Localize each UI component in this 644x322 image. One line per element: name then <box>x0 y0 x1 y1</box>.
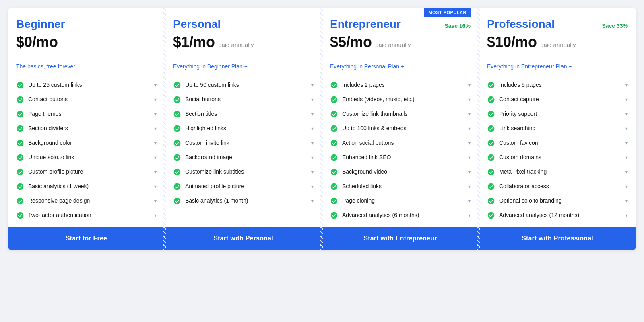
feature-item[interactable]: Background image▾ <box>165 150 322 165</box>
feature-label: Responsive page design <box>28 197 150 205</box>
feature-item[interactable]: Includes 2 pages▾ <box>322 78 479 92</box>
check-circle-icon <box>330 183 338 191</box>
chevron-down-icon[interactable]: ▾ <box>311 184 314 189</box>
feature-item[interactable]: Background video▾ <box>322 165 479 179</box>
chevron-down-icon[interactable]: ▾ <box>468 97 471 103</box>
chevron-down-icon[interactable]: ▾ <box>468 126 471 131</box>
chevron-down-icon[interactable]: ▾ <box>311 82 314 88</box>
chevron-down-icon[interactable]: ▾ <box>468 155 471 160</box>
feature-item[interactable]: Customize link subtitles▾ <box>165 165 322 179</box>
chevron-down-icon[interactable]: ▾ <box>154 198 157 204</box>
feature-item[interactable]: Collaborator access▾ <box>479 179 636 194</box>
chevron-down-icon[interactable]: ▾ <box>468 184 471 189</box>
feature-label: Basic analytics (1 week) <box>28 183 150 191</box>
feature-item[interactable]: Social buttons▾ <box>165 92 322 107</box>
chevron-down-icon[interactable]: ▾ <box>154 184 157 189</box>
chevron-down-icon[interactable]: ▾ <box>154 97 157 103</box>
chevron-down-icon[interactable]: ▾ <box>625 82 628 88</box>
feature-item[interactable]: Custom invite link▾ <box>165 136 322 150</box>
feature-item[interactable]: Advanced analytics (6 months)▾ <box>322 208 479 223</box>
chevron-down-icon[interactable]: ▾ <box>625 169 628 175</box>
feature-item[interactable]: Contact buttons▾ <box>8 92 165 107</box>
cta-button-professional[interactable]: Start with Professional <box>479 227 636 250</box>
feature-item[interactable]: Scheduled links▾ <box>322 179 479 194</box>
svg-point-19 <box>331 82 338 89</box>
cta-button-beginner[interactable]: Start for Free <box>8 227 165 250</box>
chevron-down-icon[interactable]: ▾ <box>468 213 471 218</box>
chevron-down-icon[interactable]: ▾ <box>625 213 628 218</box>
feature-item[interactable]: Includes 5 pages▾ <box>479 78 636 92</box>
chevron-down-icon[interactable]: ▾ <box>625 126 628 131</box>
feature-item[interactable]: Advanced analytics (12 months)▾ <box>479 208 636 223</box>
feature-item[interactable]: Enhanced link SEO▾ <box>322 150 479 165</box>
chevron-down-icon[interactable]: ▾ <box>625 140 628 146</box>
check-circle-icon <box>487 96 495 104</box>
svg-point-10 <box>174 82 181 89</box>
feature-item[interactable]: Responsive page design▾ <box>8 194 165 208</box>
feature-label: Background video <box>342 168 464 176</box>
chevron-down-icon[interactable]: ▾ <box>468 198 471 204</box>
cta-button-entrepreneur[interactable]: Start with Entrepreneur <box>322 227 479 250</box>
feature-item[interactable]: Custom domains▾ <box>479 150 636 165</box>
svg-point-4 <box>17 140 24 147</box>
feature-item[interactable]: Unique solo.to link▾ <box>8 150 165 165</box>
chevron-down-icon[interactable]: ▾ <box>154 111 157 117</box>
feature-item[interactable]: Up to 25 custom links▾ <box>8 78 165 92</box>
chevron-down-icon[interactable]: ▾ <box>625 198 628 204</box>
plan-tagline-beginner: The basics, free forever! <box>8 57 165 74</box>
cta-button-personal[interactable]: Start with Personal <box>165 227 322 250</box>
chevron-down-icon[interactable]: ▾ <box>625 184 628 189</box>
feature-item[interactable]: Up to 100 links & embeds▾ <box>322 121 479 136</box>
chevron-down-icon[interactable]: ▾ <box>625 97 628 103</box>
feature-item[interactable]: Action social buttons▾ <box>322 136 479 150</box>
feature-item[interactable]: Highlighted links▾ <box>165 121 322 136</box>
feature-item[interactable]: Contact capture▾ <box>479 92 636 107</box>
feature-item[interactable]: Optional solo.to branding▾ <box>479 194 636 208</box>
svg-point-1 <box>17 96 24 103</box>
feature-item[interactable]: Basic analytics (1 month)▾ <box>165 194 322 208</box>
chevron-down-icon[interactable]: ▾ <box>154 82 157 88</box>
chevron-down-icon[interactable]: ▾ <box>468 169 471 175</box>
feature-label: Animated profile picture <box>185 183 307 191</box>
chevron-down-icon[interactable]: ▾ <box>311 169 314 175</box>
chevron-down-icon[interactable]: ▾ <box>311 198 314 204</box>
feature-item[interactable]: Embeds (videos, music, etc.)▾ <box>322 92 479 107</box>
chevron-down-icon[interactable]: ▾ <box>625 155 628 160</box>
feature-label: Unique solo.to link <box>28 154 150 162</box>
feature-item[interactable]: Priority support▾ <box>479 107 636 121</box>
svg-point-15 <box>174 154 181 161</box>
feature-item[interactable]: Background color▾ <box>8 136 165 150</box>
chevron-down-icon[interactable]: ▾ <box>468 82 471 88</box>
feature-label: Contact capture <box>499 96 621 104</box>
feature-item[interactable]: Up to 50 custom links▾ <box>165 78 322 92</box>
feature-item[interactable]: Meta Pixel tracking▾ <box>479 165 636 179</box>
feature-item[interactable]: Section dividers▾ <box>8 121 165 136</box>
feature-item[interactable]: Section titles▾ <box>165 107 322 121</box>
check-circle-icon <box>16 183 24 191</box>
feature-item[interactable]: Animated profile picture▾ <box>165 179 322 194</box>
chevron-down-icon[interactable]: ▾ <box>154 155 157 160</box>
feature-item[interactable]: Page cloning▾ <box>322 194 479 208</box>
feature-item[interactable]: Custom profile picture▾ <box>8 165 165 179</box>
feature-label: Includes 5 pages <box>499 81 621 89</box>
chevron-down-icon[interactable]: ▾ <box>154 140 157 146</box>
chevron-down-icon[interactable]: ▾ <box>154 169 157 175</box>
feature-item[interactable]: Custom favicon▾ <box>479 136 636 150</box>
chevron-down-icon[interactable]: ▾ <box>311 140 314 146</box>
chevron-down-icon[interactable]: ▾ <box>311 97 314 103</box>
chevron-down-icon[interactable]: ▾ <box>154 213 157 218</box>
chevron-down-icon[interactable]: ▾ <box>311 126 314 131</box>
chevron-down-icon[interactable]: ▾ <box>625 111 628 117</box>
chevron-down-icon[interactable]: ▾ <box>468 111 471 117</box>
chevron-down-icon[interactable]: ▾ <box>468 140 471 146</box>
chevron-down-icon[interactable]: ▾ <box>154 126 157 131</box>
feature-item[interactable]: Basic analytics (1 week)▾ <box>8 179 165 194</box>
feature-item[interactable]: Customize link thumbnails▾ <box>322 107 479 121</box>
plan-col-entrepreneur: MOST POPULAREntrepreneurSave 16%$5/mopai… <box>322 8 479 250</box>
chevron-down-icon[interactable]: ▾ <box>311 155 314 160</box>
chevron-down-icon[interactable]: ▾ <box>311 111 314 117</box>
check-circle-icon <box>173 139 181 147</box>
feature-item[interactable]: Link searching▾ <box>479 121 636 136</box>
feature-item[interactable]: Two-factor authentication▾ <box>8 208 165 223</box>
feature-item[interactable]: Page themes▾ <box>8 107 165 121</box>
